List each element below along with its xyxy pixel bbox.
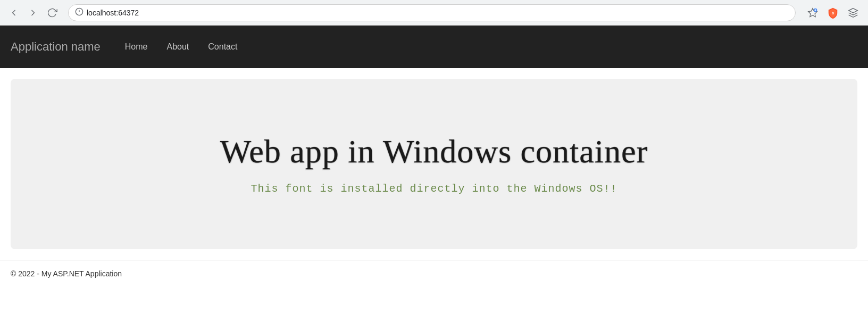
navbar: Application name Home About Contact xyxy=(0,26,868,68)
hero-subtitle: This font is installed directly into the… xyxy=(251,183,617,195)
bookmark-star-button[interactable] xyxy=(804,4,821,21)
footer-text: © 2022 - My ASP.NET Application xyxy=(11,269,122,278)
hero-title: Web app in Windows container xyxy=(220,133,648,169)
nav-link-contact[interactable]: Contact xyxy=(199,38,246,56)
svg-text:b: b xyxy=(832,10,834,15)
forward-button[interactable] xyxy=(26,5,40,20)
navbar-links: Home About Contact xyxy=(116,38,246,56)
browser-chrome: localhost:64372 b xyxy=(0,0,868,26)
nav-link-about[interactable]: About xyxy=(158,38,197,56)
navbar-brand[interactable]: Application name xyxy=(11,40,101,54)
footer: © 2022 - My ASP.NET Application xyxy=(0,260,868,287)
browser-actions: b xyxy=(804,4,862,21)
url-text: localhost:64372 xyxy=(87,9,139,17)
reload-button[interactable] xyxy=(45,5,60,20)
hero-section: Web app in Windows container This font i… xyxy=(11,79,857,249)
back-button[interactable] xyxy=(6,5,21,20)
info-icon xyxy=(75,7,84,18)
address-bar[interactable]: localhost:64372 xyxy=(68,4,796,21)
brave-shield-button[interactable]: b xyxy=(824,4,841,21)
nav-link-home[interactable]: Home xyxy=(116,38,156,56)
extensions-button[interactable] xyxy=(845,4,862,21)
